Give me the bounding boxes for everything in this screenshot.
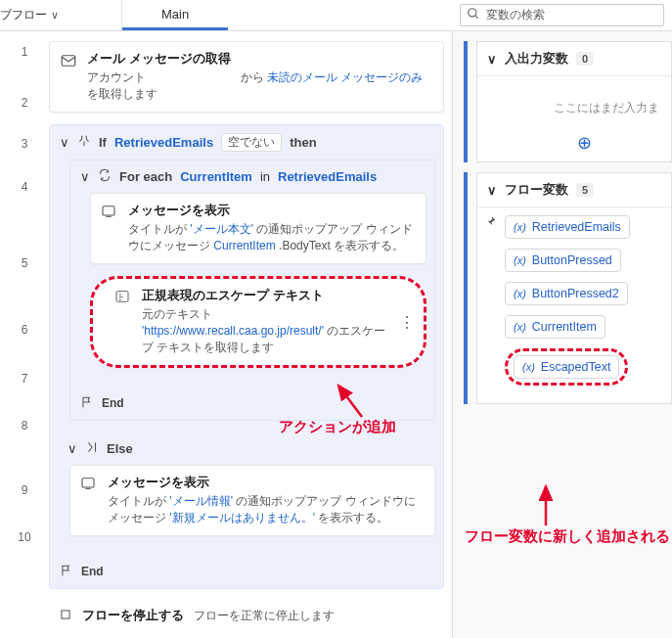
tab-bar: Main	[121, 0, 228, 30]
step-title: メッセージを表示	[108, 474, 425, 491]
annotation-arrow-icon	[531, 481, 560, 530]
svg-line-7	[338, 386, 362, 417]
else-keyword: Else	[107, 441, 133, 456]
step-title: フローを停止する	[82, 607, 184, 624]
variables-panel: ∨ 入出力変数 0 ここにはまだ入力ま ⊕ ∨ フロー変数 5 (x)Retri…	[452, 31, 672, 638]
svg-rect-4	[116, 291, 128, 301]
line-number: 6	[0, 323, 49, 372]
step-title: メッセージを表示	[128, 202, 416, 219]
collapse-icon[interactable]: ∨	[67, 441, 77, 456]
chevron-down-icon[interactable]: ∨	[51, 9, 59, 22]
stop-icon	[59, 608, 72, 624]
flow-var-item[interactable]: (x)RetrievedEmails	[505, 215, 630, 239]
var-name: ButtonPressed	[532, 253, 612, 267]
var-x-icon: (x)	[514, 288, 526, 299]
flow-var-item[interactable]: (x)ButtonPressed	[505, 249, 621, 272]
flow-vars-count: 5	[576, 183, 594, 197]
chevron-down-icon: ∨	[487, 52, 497, 67]
io-vars-count: 0	[576, 52, 594, 66]
line-number: 3	[0, 137, 49, 180]
if-end: End	[50, 556, 443, 588]
loop-icon	[98, 168, 112, 185]
line-number: 4	[0, 180, 49, 256]
line-number: 9	[0, 483, 49, 530]
end-keyword: End	[102, 396, 124, 410]
var-name: ButtonPressed2	[532, 287, 619, 300]
var-name: RetrievedEmails	[532, 220, 621, 234]
svg-line-1	[475, 16, 478, 19]
step-body: 元のテキスト 'https://www.recall.caa.go.jp/res…	[142, 306, 394, 357]
foreach-item-var: CurrentItem	[180, 169, 252, 184]
if-block[interactable]: ∨ If RetrievedEmails 空でない then ∨	[49, 124, 444, 589]
foreach-block[interactable]: ∨ For each CurrentItem in RetrievedEmail…	[69, 160, 435, 421]
step-title: メール メッセージの取得	[87, 50, 433, 68]
message-icon	[80, 476, 100, 495]
line-number: 1	[0, 45, 49, 96]
step-show-message-2[interactable]: メッセージを表示 タイトルが 'メール情報' の通知ポップアップ ウィンドウにメ…	[69, 465, 435, 536]
io-vars-section: ∨ 入出力変数 0 ここにはまだ入力ま ⊕	[476, 41, 672, 162]
step-title: 正規表現のエスケープ テキスト	[142, 287, 394, 304]
flow-vars-title: フロー変数	[505, 181, 568, 199]
step-body: タイトルが 'メール情報' の通知ポップアップ ウィンドウにメッセージ '新規メ…	[108, 493, 425, 527]
end-keyword: End	[81, 565, 104, 578]
mail-icon	[60, 52, 79, 71]
line-number: 10	[0, 530, 49, 570]
step-regex-escape[interactable]: 正規表現のエスケープ テキスト 元のテキスト 'https://www.reca…	[90, 276, 426, 368]
chevron-down-icon: ∨	[487, 183, 497, 198]
top-left: ブフロー ∨ Main	[0, 0, 452, 30]
variable-search[interactable]: 変数の検索	[460, 4, 664, 26]
svg-rect-6	[62, 611, 69, 618]
foreach-collection-var: RetrievedEmails	[278, 169, 377, 184]
annotation-arrow-icon	[333, 382, 372, 421]
subflow-label: ブフロー	[0, 7, 47, 23]
if-cond-chip: 空でない	[221, 133, 282, 152]
foreach-keyword: For each	[119, 169, 172, 184]
svg-point-0	[469, 9, 476, 17]
if-var: RetrievedEmails	[114, 135, 213, 150]
collapse-icon[interactable]: ∨	[60, 135, 69, 150]
annotation-var-added: フロー変数に新しく追加される	[465, 525, 670, 546]
flag-icon	[80, 395, 94, 412]
var-x-icon: (x)	[514, 254, 526, 266]
foreach-end: End	[70, 387, 434, 420]
step-body: フローを正常に停止します	[194, 608, 335, 624]
step-body: アカウント から 未読のメール メッセージのみ を取得します	[87, 69, 433, 104]
then-keyword: then	[290, 135, 316, 150]
svg-rect-3	[103, 205, 114, 214]
svg-rect-5	[82, 478, 94, 486]
line-number: 8	[0, 419, 49, 483]
step-show-message-1[interactable]: メッセージを表示 タイトルが 'メール本文' の通知ポップアップ ウィンドウにメ…	[90, 193, 426, 264]
annotation-action-added: アクションが追加	[279, 418, 396, 436]
io-vars-title: 入出力変数	[505, 50, 568, 68]
flow-var-item[interactable]: (x)ButtonPressed2	[505, 282, 628, 305]
if-head: ∨ If RetrievedEmails 空でない then	[50, 125, 443, 160]
top-bar: ブフロー ∨ Main 変数の検索	[0, 0, 672, 31]
flow-vars-header[interactable]: ∨ フロー変数 5	[477, 173, 671, 207]
step-body: タイトルが 'メール本文' の通知ポップアップ ウィンドウにメッセージ Curr…	[128, 221, 416, 255]
steps-column: メール メッセージの取得 アカウント から 未読のメール メッセージのみ を取得…	[49, 31, 452, 638]
flag-icon	[60, 564, 73, 580]
if-keyword: If	[99, 135, 107, 150]
var-name: CurrentItem	[532, 320, 597, 334]
flow-var-item[interactable]: (x)EscapedText	[514, 355, 619, 379]
flow-vars-section: ∨ フロー変数 5 (x)RetrievedEmails (x)ButtonPr…	[476, 172, 672, 404]
pin-icon[interactable]	[485, 215, 497, 230]
var-x-icon: (x)	[522, 361, 535, 373]
io-vars-header[interactable]: ∨ 入出力変数 0	[477, 42, 671, 76]
flow-var-item[interactable]: (x)CurrentItem	[505, 315, 605, 339]
step-stop-flow[interactable]: フローを停止する フローを正常に停止します	[49, 601, 444, 632]
branch-icon	[85, 440, 99, 457]
more-menu-icon[interactable]: ⋮	[399, 312, 414, 331]
top-right: 変数の検索	[452, 0, 672, 30]
flow-area: 1 2 3 4 5 6 7 8 9 10 メール メッセージの取得 アカウント …	[0, 31, 452, 638]
search-icon	[467, 7, 480, 23]
tab-main[interactable]: Main	[122, 0, 228, 30]
branch-icon	[77, 134, 91, 151]
line-number: 2	[0, 96, 49, 137]
step-retrieve-emails[interactable]: メール メッセージの取得 アカウント から 未読のメール メッセージのみ を取得…	[49, 41, 444, 113]
foreach-head: ∨ For each CurrentItem in RetrievedEmail…	[70, 160, 434, 193]
line-number: 7	[0, 372, 49, 419]
search-placeholder: 変数の検索	[486, 7, 545, 23]
io-vars-empty-text: ここにはまだ入力ま	[505, 84, 663, 132]
collapse-icon[interactable]: ∨	[80, 169, 90, 184]
